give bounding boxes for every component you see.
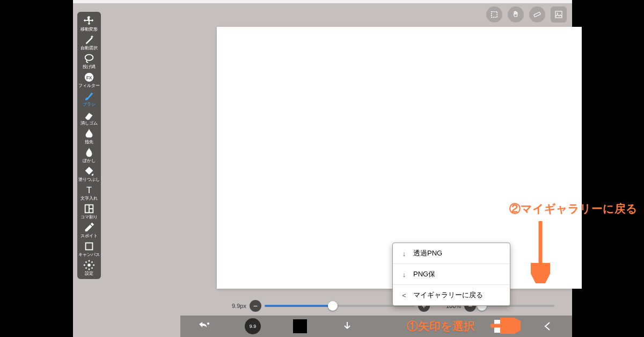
svg-text:T: T [86,185,92,195]
tool-eraser[interactable]: 消しゴム [78,108,100,127]
svg-rect-12 [86,243,93,250]
ruler-icon[interactable] [529,6,545,23]
menu-label: 透過PNG [413,248,442,258]
tool-brush[interactable]: ブラシ [78,89,100,108]
tool-blur[interactable]: ぼかし [78,145,100,164]
tool-sidebar: 移動変形 自動選択 投げ縄 FXフィルター ブラシ 消しゴム 指先 ぼかし 塗り… [77,12,101,279]
color-swatch[interactable] [293,319,307,333]
arrow-down-icon [531,219,550,283]
annotation-step2: ②マイギャラリーに戻る [509,201,638,216]
tool-move[interactable]: 移動変形 [78,14,100,33]
reference-icon[interactable] [551,6,567,23]
menu-png-transparent[interactable]: ↓透過PNG [393,243,510,264]
top-icons [486,6,567,23]
export-menu: ↓透過PNG ↓PNG保 <マイギャラリーに戻る [392,243,510,306]
annotation-step1: ①矢印を選択 [407,319,475,334]
size-minus[interactable]: − [250,300,261,312]
svg-point-3 [557,13,558,14]
svg-rect-2 [555,11,562,18]
svg-point-5 [85,55,93,61]
brush-size-icon[interactable]: 9.9 [245,318,261,334]
tool-settings[interactable]: 設定 [78,258,100,277]
app-frame: 9.9px − + 100% − 9.9 2 ↓透過PNG ↓PNG保 <マイギ… [73,0,572,337]
menu-png[interactable]: ↓PNG保 [393,264,510,285]
svg-text:FX: FX [86,76,92,80]
chevron-left-icon: < [400,291,408,299]
menu-label: マイギャラリーに戻る [413,290,483,300]
tool-wand[interactable]: 自動選択 [78,33,100,52]
hand-icon[interactable] [508,6,524,23]
svg-point-4 [207,323,209,325]
back-arrow-icon[interactable] [540,318,556,334]
marquee-icon[interactable] [486,6,502,23]
tool-canvas[interactable]: キャンバス [78,239,100,258]
undo-redo-icon[interactable] [196,318,213,334]
download-arrow-icon[interactable] [339,318,355,334]
tool-text[interactable]: T文字入れ [78,183,100,202]
tool-filter[interactable]: FXフィルター [78,70,100,89]
size-label: 9.9px [232,303,246,309]
download-icon: ↓ [400,270,408,279]
tool-dropper[interactable]: スポイト [78,221,100,239]
tool-smudge[interactable]: 指先 [78,127,100,145]
arrow-right-icon [488,318,521,334]
status-bar [73,0,572,3]
svg-rect-1 [534,12,541,17]
size-slider[interactable] [265,305,415,307]
menu-back-gallery[interactable]: <マイギャラリーに戻る [393,285,510,305]
tool-fill[interactable]: 塗りつぶし [78,164,100,183]
svg-point-13 [87,263,91,267]
tool-frame[interactable]: コマ割り [78,202,100,221]
menu-label: PNG保 [413,269,435,279]
download-icon: ↓ [400,250,408,258]
svg-rect-0 [492,12,497,18]
tool-lasso[interactable]: 投げ縄 [78,52,100,70]
